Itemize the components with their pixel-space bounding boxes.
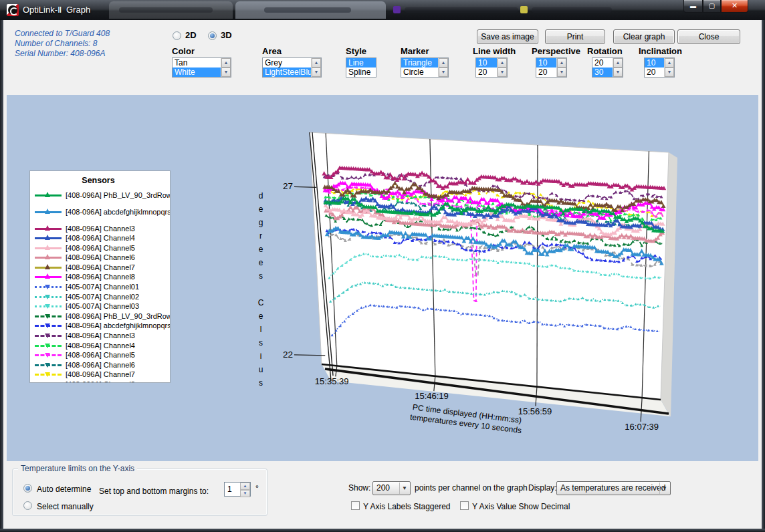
legend-item[interactable]: [405-007A] Channel03 xyxy=(35,302,170,311)
menu-graph[interactable]: Graph xyxy=(66,5,90,15)
scroll-up-icon[interactable]: ▲ xyxy=(665,58,674,68)
listbox-scrollbar[interactable]: ▲▼ xyxy=(438,58,448,77)
spinner-down-icon[interactable]: ▼ xyxy=(240,490,250,497)
inclination-listbox[interactable]: 1020▲▼ xyxy=(644,57,675,78)
legend-item[interactable]: [405-007A] Channel01 xyxy=(35,283,170,291)
scroll-down-icon[interactable]: ▼ xyxy=(221,68,231,77)
show-points-dropdown[interactable]: 200 ▼ xyxy=(372,481,411,495)
legend-item[interactable]: [408-096A] Channel8 xyxy=(35,273,170,281)
background-tab-icon xyxy=(393,6,401,13)
svg-text:27: 27 xyxy=(283,181,293,191)
listbox-option[interactable]: Line xyxy=(346,58,376,68)
perspective-listbox[interactable]: 1020▲▼ xyxy=(536,57,567,78)
scroll-down-icon[interactable]: ▼ xyxy=(498,68,507,77)
display-mode-dropdown[interactable]: As temperatures are received ▼ xyxy=(556,481,671,495)
legend-swatch-solid-line xyxy=(35,254,62,261)
legend-marker-triangle-icon xyxy=(45,382,50,383)
scroll-up-icon[interactable]: ▲ xyxy=(557,58,566,68)
legend-item[interactable]: [408-096A] abcdefghijklmnopqrs xyxy=(35,321,170,330)
legend-item[interactable]: [408-096A] PhB_LV_90_3rdRow xyxy=(35,311,170,320)
marker-label: Marker xyxy=(401,46,429,56)
legend-item[interactable]: [408-096A] Channel4 xyxy=(35,234,170,243)
listbox-option[interactable]: Grey xyxy=(263,58,311,68)
y-axis-decimal-checkbox[interactable] xyxy=(460,501,469,510)
scroll-down-icon[interactable]: ▼ xyxy=(557,68,566,77)
print-button[interactable]: Print xyxy=(545,29,605,44)
listbox-option[interactable]: LightSteelBlue xyxy=(263,68,311,77)
listbox-scrollbar[interactable]: ▲▼ xyxy=(664,58,674,77)
listbox-scrollbar[interactable]: ▲▼ xyxy=(556,58,566,77)
spinner-up-icon[interactable]: ▲ xyxy=(240,483,250,490)
radio-2d[interactable] xyxy=(173,31,181,40)
listbox-option[interactable]: 10 xyxy=(536,58,556,68)
style-listbox[interactable]: LineSpline xyxy=(346,57,376,78)
legend-marker-triangle-icon xyxy=(45,344,50,348)
scroll-up-icon[interactable]: ▲ xyxy=(221,58,231,68)
connection-line3: Serial Number: 408-096A xyxy=(15,49,110,59)
legend-item[interactable]: [408-096A] Channel7 xyxy=(35,370,170,379)
listbox-option[interactable]: 20 xyxy=(536,68,556,77)
listbox-scrollbar[interactable]: ▲▼ xyxy=(221,58,231,77)
marker-listbox[interactable]: TriangleCircle▲▼ xyxy=(401,57,449,78)
legend-item-label: [408-096A] Channel7 xyxy=(66,370,135,378)
legend-item[interactable]: [408-096A] Channel3 xyxy=(35,331,170,340)
radio-3d[interactable] xyxy=(208,31,217,40)
select-manually-radio[interactable] xyxy=(23,501,32,510)
legend-item[interactable]: [408-096A] Channel6 xyxy=(35,360,170,369)
legend-marker-triangle-icon xyxy=(45,314,50,319)
listbox-scrollbar[interactable]: ▲▼ xyxy=(613,58,623,77)
scroll-down-icon[interactable]: ▼ xyxy=(613,68,623,77)
save-as-image-button[interactable]: Save as image xyxy=(477,29,538,44)
margins-value[interactable]: 1 xyxy=(225,483,240,496)
legend-item[interactable]: [408-096A] Channel7 xyxy=(35,263,170,271)
auto-determine-radio[interactable] xyxy=(23,484,32,493)
legend-item[interactable]: [408-096A] PhB_LV_90_3rdRow xyxy=(35,190,170,199)
legend-item[interactable]: [408-096A] Channel3 xyxy=(35,224,170,233)
perspective-label: Perspective xyxy=(532,46,580,56)
listbox-option[interactable]: 20 xyxy=(645,68,664,77)
svg-text:22: 22 xyxy=(283,350,293,360)
legend-marker-triangle-icon xyxy=(45,295,50,299)
close-graph-button[interactable]: Close xyxy=(677,29,740,44)
show-points-value: 200 xyxy=(376,483,390,493)
scroll-down-icon[interactable]: ▼ xyxy=(439,68,448,77)
background-tab-icon xyxy=(520,6,528,13)
listbox-option[interactable]: 10 xyxy=(476,58,497,68)
listbox-scrollbar[interactable]: ▲▼ xyxy=(311,58,321,77)
listbox-option[interactable]: 20 xyxy=(476,68,497,77)
legend-item-label: [408-096A] Channel3 xyxy=(66,225,135,233)
scroll-up-icon[interactable]: ▲ xyxy=(613,58,623,68)
close-button[interactable]: ✕ xyxy=(721,0,748,13)
clear-graph-button[interactable]: Clear graph xyxy=(613,29,675,44)
margins-spinner[interactable]: 1 ▲ ▼ xyxy=(224,482,251,497)
rotation-listbox[interactable]: 2030▲▼ xyxy=(592,57,623,78)
legend-item[interactable]: [405-007A] Channel02 xyxy=(35,292,170,301)
scroll-down-icon[interactable]: ▼ xyxy=(312,68,321,77)
legend-item[interactable]: [408-096A] Channel4 xyxy=(35,341,170,350)
listbox-option[interactable]: Tan xyxy=(173,58,221,68)
minimize-button[interactable]: ▬ xyxy=(683,0,703,13)
legend-item[interactable]: [408-096A] abcdefghijklmnopqrs xyxy=(35,207,170,216)
listbox-option[interactable]: Triangle xyxy=(401,58,438,68)
legend-item[interactable]: [408-096A] Channel6 xyxy=(35,253,170,262)
listbox-option[interactable]: 20 xyxy=(592,58,613,68)
scroll-up-icon[interactable]: ▲ xyxy=(498,58,507,68)
area-listbox[interactable]: GreyLightSteelBlue▲▼ xyxy=(262,57,322,78)
color-listbox[interactable]: TanWhite▲▼ xyxy=(172,57,231,78)
scroll-up-icon[interactable]: ▲ xyxy=(439,58,448,68)
legend-item[interactable]: [408-096A] Channel8 xyxy=(35,380,170,384)
listbox-option[interactable]: Spline xyxy=(346,68,376,77)
listbox-option[interactable]: 30 xyxy=(592,68,613,77)
listbox-option[interactable]: Circle xyxy=(401,68,438,77)
listbox-option[interactable]: 10 xyxy=(645,58,664,68)
listbox-scrollbar[interactable]: ▲▼ xyxy=(497,58,507,77)
scroll-up-icon[interactable]: ▲ xyxy=(312,58,321,68)
legend-item[interactable]: [408-096A] Channel5 xyxy=(35,243,170,252)
listbox-option[interactable]: White xyxy=(173,68,221,77)
groupbox-title: Temperature limits on the Y-axis xyxy=(18,464,137,473)
scroll-down-icon[interactable]: ▼ xyxy=(665,68,674,77)
maximize-button[interactable]: ▢ xyxy=(703,0,721,13)
legend-item[interactable]: [408-096A] Channel5 xyxy=(35,351,170,360)
line-width-listbox[interactable]: 1020▲▼ xyxy=(475,57,508,78)
y-axis-staggered-checkbox[interactable] xyxy=(351,501,360,510)
